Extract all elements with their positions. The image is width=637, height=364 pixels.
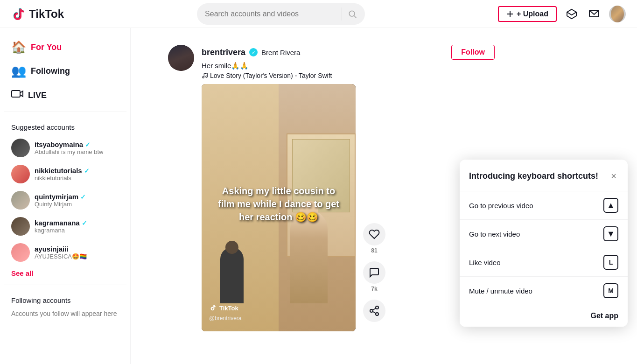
account-avatar-5 <box>11 243 30 262</box>
account-handle-3: Quinty Mirjam <box>35 201 119 208</box>
header: TikTok + Upload <box>0 0 637 28</box>
search-bar <box>197 3 365 25</box>
suggested-account-1[interactable]: itsyaboymaina ✓ Abdullahi is my name btw <box>4 135 126 161</box>
account-avatar-3 <box>11 191 30 210</box>
following-title: Following accounts <box>4 289 126 308</box>
shortcut-row-like: Like video L <box>460 248 628 276</box>
account-avatar-1 <box>11 139 30 157</box>
svg-point-9 <box>206 76 208 78</box>
search-icon <box>348 9 357 19</box>
nav-for-you[interactable]: 🏠 For You <box>4 35 126 59</box>
scene-child <box>220 247 244 303</box>
shortcut-key-like: L <box>603 255 618 270</box>
account-info-2: nikkietutorials ✓ nikkietutorials <box>35 167 119 182</box>
svg-point-8 <box>203 77 204 78</box>
nav-for-you-label: For You <box>31 42 62 52</box>
nav-following-label: Following <box>31 66 70 76</box>
account-name-4: kagramanana ✓ <box>35 219 119 227</box>
verified-icon-2: ✓ <box>84 167 90 175</box>
shortcut-label-mute: Mute / unmute video <box>469 287 532 295</box>
following-description: Accounts you follow will appear here <box>4 308 126 319</box>
svg-marker-5 <box>567 9 576 19</box>
see-all-button[interactable]: See all <box>4 266 126 281</box>
message-icon <box>588 8 600 20</box>
shortcuts-header: Introducing keyboard shortcuts! × <box>460 160 628 191</box>
search-divider <box>342 7 342 21</box>
suggested-account-5[interactable]: ayusinjaiii AYUJESSICA🤩🏳️‍🌈 <box>4 239 126 266</box>
account-name-2: nikkietutorials ✓ <box>35 167 119 175</box>
account-name-1: itsyaboymaina ✓ <box>35 140 119 148</box>
video-scene: Asking my little cousin to film me while… <box>202 84 356 331</box>
logo[interactable]: TikTok <box>11 7 64 21</box>
follow-button[interactable]: Follow <box>451 45 495 60</box>
upload-button[interactable]: + Upload <box>498 6 557 22</box>
shortcut-row-mute: Mute / unmute video M <box>460 276 628 305</box>
shortcut-row-next: Go to next video ▼ <box>460 219 628 248</box>
watermark-text: TikTok <box>219 305 238 312</box>
video-music: Love Story (Taylor's Version) - Taylor S… <box>202 72 495 79</box>
suggested-account-3[interactable]: quintymirjam ✓ Quinty Mirjam <box>4 187 126 213</box>
account-avatar-4 <box>11 217 30 236</box>
nav-following[interactable]: 👥 Following <box>4 59 126 83</box>
shortcut-key-prev: ▲ <box>603 198 618 213</box>
like-count: 81 <box>371 247 377 254</box>
author-display-name: Brent Rivera <box>261 49 300 56</box>
shortcut-key-next: ▼ <box>603 226 618 241</box>
video-caption: Her smile🙏🙏 <box>202 62 495 70</box>
nav-live[interactable]: LIVE <box>4 83 126 108</box>
like-icon <box>363 223 385 245</box>
svg-point-10 <box>376 306 378 309</box>
account-info-3: quintymirjam ✓ Quinty Mirjam <box>35 193 119 208</box>
following-icon: 👥 <box>11 64 26 78</box>
video-author-avatar[interactable] <box>168 45 194 71</box>
author-verified-icon: ✓ <box>249 48 258 56</box>
video-header: brentrivera ✓ Brent Rivera Follow <box>202 45 495 60</box>
header-right: + Upload <box>498 6 626 22</box>
inbox-icon <box>566 8 577 20</box>
svg-rect-7 <box>12 91 20 97</box>
messages-button[interactable] <box>587 7 602 21</box>
logo-text: TikTok <box>29 7 64 21</box>
inbox-button[interactable] <box>564 7 579 21</box>
plus-icon <box>506 10 514 18</box>
live-icon <box>11 88 23 103</box>
account-name-5: ayusinjaiii <box>35 245 119 253</box>
like-button[interactable]: 81 <box>363 223 385 254</box>
profile-avatar[interactable] <box>609 6 626 22</box>
get-app-button[interactable]: Get app <box>460 305 628 327</box>
video-player-row: Asking my little cousin to film me while… <box>202 84 495 331</box>
svg-line-13 <box>373 312 376 314</box>
nav-live-label: LIVE <box>28 91 47 100</box>
search-input[interactable] <box>205 10 336 18</box>
avatar-image <box>611 6 624 22</box>
share-icon <box>363 300 385 322</box>
account-info-1: itsyaboymaina ✓ Abdullahi is my name btw <box>35 140 119 155</box>
video-content: brentrivera ✓ Brent Rivera Follow Her sm… <box>202 45 495 331</box>
verified-icon-1: ✓ <box>85 141 91 148</box>
video-feed: brentrivera ✓ Brent Rivera Follow Her sm… <box>168 37 495 355</box>
video-player[interactable]: Asking my little cousin to film me while… <box>202 84 356 331</box>
tiktok-watermark-logo <box>209 304 217 313</box>
sidebar: 🏠 For You 👥 Following LIVE Suggested acc… <box>0 28 131 364</box>
scene-person <box>290 210 328 303</box>
account-info-5: ayusinjaiii AYUJESSICA🤩🏳️‍🌈 <box>35 245 119 260</box>
shortcut-label-next: Go to next video <box>469 230 520 238</box>
verified-icon-3: ✓ <box>80 193 86 201</box>
account-name-3: quintymirjam ✓ <box>35 193 119 201</box>
account-handle-4: kagramana <box>35 227 119 234</box>
shortcut-row-prev: Go to previous video ▲ <box>460 191 628 219</box>
suggested-account-4[interactable]: kagramanana ✓ kagramana <box>4 213 126 239</box>
author-username[interactable]: brentrivera <box>202 48 245 57</box>
account-handle-2: nikkietutorials <box>35 175 119 182</box>
svg-point-12 <box>376 313 378 315</box>
svg-line-2 <box>354 15 357 18</box>
video-card: brentrivera ✓ Brent Rivera Follow Her sm… <box>168 37 495 339</box>
comment-icon <box>363 261 385 284</box>
comment-button[interactable]: 7k <box>363 261 385 292</box>
share-button[interactable] <box>363 300 385 322</box>
search-button[interactable] <box>348 9 357 19</box>
shortcuts-popup: Introducing keyboard shortcuts! × Go to … <box>460 160 628 327</box>
suggested-account-2[interactable]: nikkietutorials ✓ nikkietutorials <box>4 161 126 187</box>
shortcuts-close-button[interactable]: × <box>609 169 618 183</box>
shortcuts-title: Introducing keyboard shortcuts! <box>469 171 598 181</box>
